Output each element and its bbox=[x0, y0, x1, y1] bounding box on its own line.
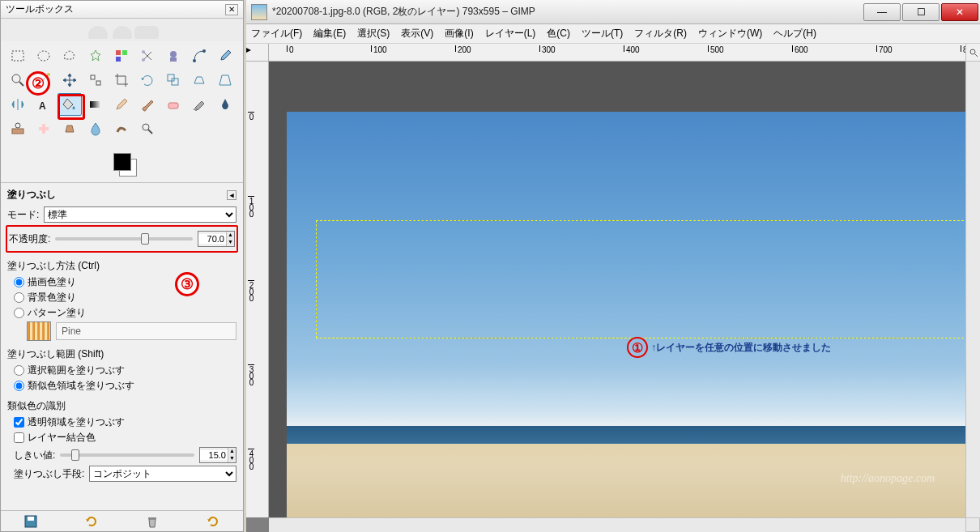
wilber-strip bbox=[1, 19, 243, 41]
move-tool[interactable] bbox=[58, 69, 82, 92]
pattern-preview[interactable] bbox=[27, 321, 51, 341]
menu-filters[interactable]: フィルタ(R) bbox=[634, 27, 687, 40]
mode-label: モード: bbox=[7, 208, 39, 222]
eraser-tool[interactable] bbox=[161, 93, 185, 116]
menu-edit[interactable]: 編集(E) bbox=[313, 27, 346, 40]
fg-color-swatch[interactable] bbox=[113, 153, 131, 171]
fill-similar-radio[interactable] bbox=[14, 381, 24, 391]
perspective-tool[interactable] bbox=[213, 69, 237, 92]
svg-rect-5 bbox=[116, 50, 121, 55]
save-options-icon[interactable] bbox=[23, 514, 38, 529]
fill-sel-radio[interactable] bbox=[14, 365, 24, 376]
paintbrush-tool[interactable] bbox=[135, 93, 160, 116]
menu-help[interactable]: ヘルプ(H) bbox=[773, 27, 816, 40]
color-select-tool[interactable] bbox=[109, 45, 134, 67]
dodge-tool[interactable] bbox=[135, 117, 160, 140]
flip-tool[interactable] bbox=[6, 93, 30, 116]
fill-means-select[interactable]: コンポジット bbox=[89, 466, 236, 482]
toolbox-close-button[interactable]: ✕ bbox=[225, 4, 238, 15]
restore-options-icon[interactable] bbox=[84, 514, 99, 529]
blur-tool[interactable] bbox=[83, 117, 108, 140]
perspective-clone-tool[interactable] bbox=[58, 117, 82, 140]
scale-tool[interactable] bbox=[161, 69, 185, 92]
svg-text:A: A bbox=[39, 100, 46, 112]
svg-point-1 bbox=[113, 26, 132, 39]
spin-up[interactable]: ▲ bbox=[228, 448, 236, 455]
airbrush-tool[interactable] bbox=[187, 93, 211, 116]
svg-rect-23 bbox=[90, 101, 101, 108]
crop-tool[interactable] bbox=[109, 69, 134, 92]
rotate-tool[interactable] bbox=[135, 69, 160, 92]
paths-tool[interactable] bbox=[187, 45, 211, 67]
svg-rect-11 bbox=[170, 57, 177, 62]
canvas[interactable]: http://aonopage.com bbox=[269, 62, 965, 517]
menu-view[interactable]: 表示(V) bbox=[401, 27, 433, 40]
fill-fg-radio[interactable] bbox=[14, 277, 24, 287]
bucket-fill-tool[interactable] bbox=[58, 93, 82, 116]
opacity-value[interactable]: ▲▼ bbox=[198, 231, 235, 247]
minimize-button[interactable]: — bbox=[863, 3, 901, 21]
align-tool[interactable] bbox=[83, 69, 108, 92]
menu-file[interactable]: ファイル(F) bbox=[251, 27, 302, 40]
collapse-options-button[interactable]: ◂ bbox=[227, 190, 236, 200]
threshold-input[interactable] bbox=[200, 450, 228, 460]
spin-down[interactable]: ▼ bbox=[226, 239, 234, 246]
merge-layers-label: レイヤー結合色 bbox=[28, 431, 96, 445]
spin-up[interactable]: ▲ bbox=[226, 232, 234, 239]
fill-fg-label: 描画色塗り bbox=[28, 275, 76, 289]
scissors-tool[interactable] bbox=[135, 45, 160, 67]
spin-down[interactable]: ▼ bbox=[228, 455, 236, 462]
nav-button[interactable] bbox=[965, 517, 980, 532]
toolbox-titlebar[interactable]: ツールボックス ✕ bbox=[1, 1, 243, 19]
merge-layers-check[interactable] bbox=[14, 432, 24, 443]
free-select-tool[interactable] bbox=[58, 45, 82, 67]
mode-select[interactable]: 標準 bbox=[44, 206, 236, 223]
pencil-tool[interactable] bbox=[109, 93, 134, 116]
fill-bg-radio[interactable] bbox=[14, 292, 24, 303]
ellipse-select-tool[interactable] bbox=[32, 45, 56, 67]
svg-line-15 bbox=[19, 82, 23, 86]
fg-bg-colors[interactable] bbox=[1, 142, 243, 182]
threshold-value[interactable]: ▲▼ bbox=[199, 447, 236, 463]
threshold-slider[interactable] bbox=[60, 453, 194, 457]
menu-select[interactable]: 選択(S) bbox=[357, 27, 390, 40]
ruler-vertical[interactable]: 0100200300400500 bbox=[246, 62, 269, 517]
opacity-input[interactable] bbox=[198, 234, 226, 244]
annotation-3-badge: ③ bbox=[175, 272, 199, 296]
rect-select-tool[interactable] bbox=[6, 45, 30, 67]
delete-options-icon[interactable] bbox=[145, 514, 160, 529]
watermark: http://aonopage.com bbox=[841, 472, 935, 485]
annotation-1: ① ↑レイヤーを任意の位置に移動させました bbox=[627, 337, 831, 358]
text-tool[interactable]: A bbox=[32, 93, 56, 116]
opacity-slider[interactable] bbox=[55, 237, 193, 240]
pattern-name: Pine bbox=[56, 322, 236, 340]
heal-tool[interactable] bbox=[32, 117, 56, 140]
menu-color[interactable]: 色(C) bbox=[547, 27, 570, 40]
scrollbar-vertical[interactable] bbox=[965, 62, 980, 517]
clone-tool[interactable] bbox=[6, 117, 30, 140]
svg-rect-24 bbox=[168, 103, 178, 109]
scrollbar-horizontal[interactable] bbox=[269, 517, 965, 532]
menu-windows[interactable]: ウィンドウ(W) bbox=[698, 27, 762, 40]
menu-image[interactable]: 画像(I) bbox=[445, 27, 473, 40]
color-picker-tool[interactable] bbox=[213, 45, 237, 67]
blend-tool[interactable] bbox=[83, 93, 108, 116]
fill-transparent-check[interactable] bbox=[14, 417, 24, 428]
ink-tool[interactable] bbox=[213, 93, 237, 116]
foreground-select-tool[interactable] bbox=[161, 45, 185, 67]
reset-options-icon[interactable] bbox=[206, 514, 220, 529]
annotation-1-badge: ① bbox=[627, 337, 648, 358]
fuzzy-select-tool[interactable] bbox=[83, 45, 108, 67]
svg-rect-19 bbox=[96, 81, 100, 85]
close-button[interactable]: ✕ bbox=[941, 3, 978, 21]
quick-mask-toggle[interactable] bbox=[965, 44, 980, 62]
fill-pattern-radio[interactable] bbox=[14, 308, 24, 318]
window-titlebar[interactable]: *20200708-1.jpg-8.0 (RGB, 2枚のレイヤー) 793x5… bbox=[246, 0, 980, 24]
menu-tools[interactable]: ツール(T) bbox=[582, 27, 623, 40]
smudge-tool[interactable] bbox=[109, 117, 134, 140]
ruler-corner[interactable]: ▸ bbox=[246, 44, 269, 62]
ruler-horizontal[interactable]: 0100200300400500600700800 bbox=[269, 44, 965, 62]
maximize-button[interactable]: ☐ bbox=[902, 3, 940, 21]
shear-tool[interactable] bbox=[187, 69, 211, 92]
menu-layer[interactable]: レイヤー(L) bbox=[485, 27, 536, 40]
